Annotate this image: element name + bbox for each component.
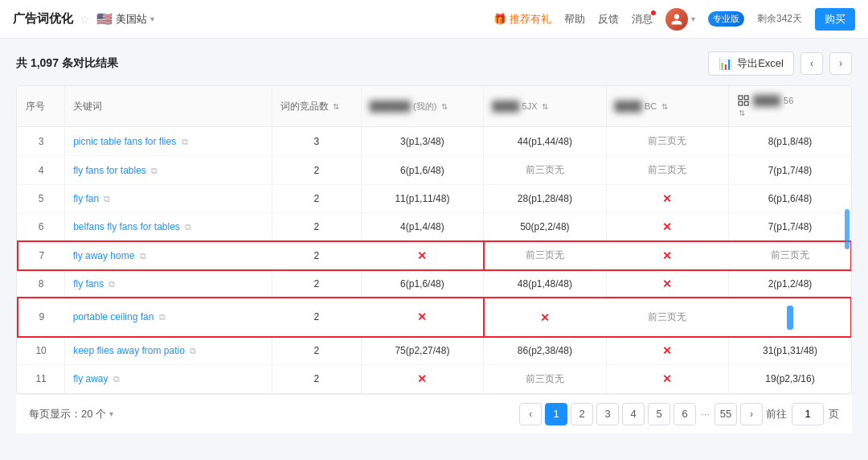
site-selector[interactable]: 🇺🇸 美国站 ▾ [96, 11, 154, 27]
cell-mine: 75(p2,27/48) [361, 337, 483, 365]
copy-icon[interactable]: ⧉ [182, 137, 188, 146]
svg-rect-1 [744, 96, 748, 100]
keyword-link[interactable]: fly away home [73, 250, 135, 261]
site-dropdown-icon: ▾ [150, 14, 154, 23]
page-5-button[interactable]: 5 [648, 403, 670, 425]
keyword-link[interactable]: fly away [73, 373, 108, 384]
sort-bc-icon[interactable]: ⇅ [661, 102, 668, 111]
recommend-button[interactable]: 🎁 推荐有礼 [493, 12, 551, 27]
cross-icon: ✕ [662, 249, 672, 262]
cell-bc: ✕ [606, 241, 728, 270]
prev-page-button[interactable]: ‹ [800, 52, 823, 75]
copy-icon[interactable]: ⧉ [108, 279, 115, 289]
cell-b56 [729, 298, 851, 337]
next-arrow-icon: › [839, 58, 842, 69]
page-4-button[interactable]: 4 [622, 403, 645, 425]
sort-b56-icon[interactable]: ⇅ [739, 109, 745, 117]
goto-input[interactable] [792, 403, 824, 425]
cross-icon: ✕ [417, 310, 427, 323]
data-table-wrapper: 序号 关键词 词的竞品数 ⇅ ██████ (我的) ⇅ [16, 85, 852, 394]
message-link[interactable]: 消息 [632, 12, 653, 27]
cell-sjx: 48(p1,48/48) [484, 270, 606, 298]
nav-left: 广告词优化 ☆ 🇺🇸 美国站 ▾ [13, 11, 154, 27]
next-page-button[interactable]: › [829, 52, 852, 75]
avatar-dropdown-icon: ▾ [691, 14, 695, 23]
keyword-link[interactable]: picnic table fans for flies [73, 136, 176, 147]
cell-b56: 7(p1,7/48) [729, 213, 851, 241]
cell-mine: 6(p1,6/48) [361, 270, 483, 298]
copy-icon[interactable]: ⧉ [190, 346, 196, 355]
feedback-link[interactable]: 反馈 [598, 12, 619, 27]
cell-keyword: fly away ⧉ [65, 364, 272, 393]
cell-competitors: 2 [272, 298, 362, 337]
keyword-link[interactable]: fly fan [73, 193, 99, 204]
buy-button[interactable]: 购买 [815, 8, 855, 31]
cell-keyword: fly fans ⧉ [65, 270, 272, 298]
th-mine: ██████ (我的) ⇅ [361, 86, 483, 127]
cell-sjx: 44(p1,44/48) [484, 127, 606, 156]
cell-seq: 7 [18, 241, 65, 270]
cell-competitors: 2 [272, 185, 362, 213]
days-remaining: 剩余342天 [757, 12, 802, 26]
copy-icon[interactable]: ⧉ [140, 251, 146, 261]
page-2-button[interactable]: 2 [571, 403, 593, 425]
cell-keyword: picnic table fans for flies ⧉ [65, 127, 272, 156]
page-dots: ··· [699, 408, 711, 420]
cross-icon: ✕ [417, 372, 427, 385]
avatar-button[interactable]: ▾ [665, 8, 695, 31]
cell-sjx: 前三页无 [484, 241, 606, 270]
cell-bc: ✕ [606, 213, 728, 241]
copy-icon[interactable]: ⧉ [113, 374, 120, 384]
cell-seq: 3 [18, 127, 65, 156]
page-3-button[interactable]: 3 [596, 403, 619, 425]
cross-icon: ✕ [662, 220, 672, 233]
keyword-link[interactable]: fly fans [73, 278, 104, 290]
page-size-label: 每页显示：20 个 [29, 407, 106, 421]
favorite-icon[interactable]: ☆ [80, 13, 90, 26]
cell-bc: ✕ [606, 364, 728, 393]
cross-icon: ✕ [540, 311, 550, 324]
table-row: 3 picnic table fans for flies ⧉ 3 3(p1,3… [18, 127, 851, 156]
cell-seq: 4 [18, 156, 65, 185]
sort-mine-icon[interactable]: ⇅ [441, 102, 448, 111]
page-size-selector[interactable]: 每页显示：20 个 ▾ [29, 407, 113, 421]
export-excel-button[interactable]: 📊 导出Excel [708, 51, 794, 76]
cell-competitors: 2 [272, 364, 362, 393]
pagination-next-button[interactable]: › [740, 403, 763, 425]
keyword-link[interactable]: belfans fly fans for tables [73, 221, 180, 232]
cell-b56: 19(p2,3/16) [729, 364, 851, 393]
copy-icon[interactable]: ⧉ [151, 166, 158, 175]
cell-mine: 6(p1,6/48) [361, 156, 483, 185]
page-last-button[interactable]: 55 [714, 403, 737, 425]
app-title: 广告词优化 [13, 11, 73, 27]
cell-keyword: keep flies away from patio ⧉ [65, 337, 272, 365]
th-keyword: 关键词 [65, 86, 272, 127]
cell-seq: 10 [18, 337, 65, 365]
keyword-link[interactable]: fly fans for tables [73, 165, 146, 176]
pagination-prev-button[interactable]: ‹ [519, 403, 542, 425]
pro-badge: 专业版 [708, 11, 744, 27]
cell-seq: 8 [18, 270, 65, 298]
cell-competitors: 2 [272, 270, 362, 298]
cell-mine: 4(p1,4/48) [361, 213, 483, 241]
cell-keyword: portable ceiling fan ⧉ [65, 298, 272, 337]
toolbar: 共 1,097 条对比结果 📊 导出Excel ‹ › [16, 51, 852, 76]
user-avatar [665, 8, 688, 31]
copy-icon[interactable]: ⧉ [159, 312, 166, 322]
copy-icon[interactable]: ⧉ [104, 194, 110, 203]
page-1-button[interactable]: 1 [545, 403, 567, 425]
cell-keyword: belfans fly fans for tables ⧉ [65, 213, 272, 241]
cell-keyword: fly fan ⧉ [65, 185, 272, 213]
sort-competitors-icon[interactable]: ⇅ [333, 102, 339, 111]
copy-icon[interactable]: ⧉ [185, 222, 191, 232]
help-link[interactable]: 帮助 [564, 12, 585, 27]
table-row: 11 fly away ⧉ 2 ✕ 前三页无 ✕ 19(p2,3/16) [18, 364, 851, 393]
page-6-button[interactable]: 6 [674, 403, 696, 425]
cell-bc: 前三页无 [606, 298, 728, 337]
cell-sjx: 86(p2,38/48) [484, 337, 606, 365]
sort-sjx-icon[interactable]: ⇅ [542, 102, 548, 111]
page-suffix-label: 页 [829, 407, 839, 421]
keyword-link[interactable]: keep flies away from patio [73, 345, 185, 356]
excel-icon: 📊 [719, 57, 732, 70]
keyword-link[interactable]: portable ceiling fan [73, 311, 154, 322]
